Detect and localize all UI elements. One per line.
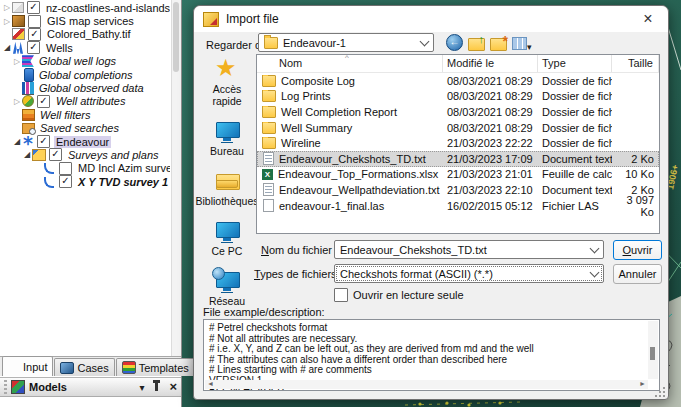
tree-item[interactable]: ▷Global well logs <box>0 55 170 68</box>
file-date: 08/03/2021 08:29 <box>443 75 538 87</box>
pane-close-icon[interactable] <box>169 381 177 393</box>
file-name: Endeavour_Chekshots_TD.txt <box>279 153 426 165</box>
tree-checkbox[interactable] <box>49 148 62 161</box>
excel-file-icon <box>262 169 273 180</box>
file-row[interactable]: Endeavour_Chekshots_TD.txt21/03/2023 17:… <box>257 151 659 167</box>
tree-checkbox[interactable] <box>59 162 72 175</box>
tree-item[interactable]: X Y TVD survey 1 <box>0 175 170 188</box>
tree-item[interactable]: ◢Endeavour <box>0 135 170 148</box>
file-name: Wireline <box>281 137 321 149</box>
tree-checkbox[interactable] <box>28 15 41 28</box>
file-date: 21/03/2023 17:09 <box>443 153 538 165</box>
tab-label: Input <box>23 361 47 373</box>
place-desktop[interactable]: Bureau <box>210 120 244 157</box>
file-row[interactable]: endeavour-1_final.las16/02/2015 05:12Fic… <box>257 198 659 214</box>
file-name-combobox[interactable]: Endeavour_Chekshots_TD.txt <box>334 240 604 259</box>
tree-item-label: Well attributes <box>54 95 128 107</box>
pane-drag-grip[interactable] <box>4 380 7 394</box>
this-pc-icon <box>213 220 241 242</box>
tree-checkbox[interactable] <box>27 1 40 14</box>
petrel-application-window: 1906+ ▷nz-coastlines-and-islands-polygon… <box>0 0 681 407</box>
expand-icon[interactable]: ▷ <box>2 15 12 28</box>
tree-scrollbar[interactable] <box>171 0 181 356</box>
tree-item[interactable]: ▷Well attributes <box>0 95 170 108</box>
place-this-pc[interactable]: Ce PC <box>212 220 243 257</box>
tree-checkbox[interactable] <box>37 95 50 108</box>
tree-item[interactable]: ▷nz-coastlines-and-islands-polygons-topo… <box>0 1 170 14</box>
tree-checkbox[interactable] <box>28 28 41 41</box>
scroll-right-arrow-icon[interactable]: ► <box>639 379 646 390</box>
description-horizontal-scrollbar[interactable]: ◄► <box>205 380 648 389</box>
tree-item[interactable]: Colored_Bathy.tif <box>0 28 170 41</box>
place-network[interactable]: Réseau <box>209 270 245 307</box>
file-row[interactable]: Composite Log08/03/2021 08:29Dossier de … <box>257 73 659 89</box>
file-type: Fichier LAS <box>538 200 612 212</box>
scroll-left-arrow-icon[interactable]: ◄ <box>207 379 214 390</box>
dialog-title-bar[interactable]: Import file <box>194 6 668 32</box>
view-menu-icon[interactable] <box>512 35 536 52</box>
file-row[interactable]: Wireline21/03/2023 22:22Dossier de fichi… <box>257 135 659 151</box>
tree-item[interactable]: Global observed data <box>0 81 170 94</box>
up-one-level-icon[interactable] <box>468 34 485 53</box>
open-button[interactable]: Ouvrir <box>613 240 662 260</box>
read-only-checkbox[interactable] <box>334 288 348 302</box>
column-header-nom[interactable]: Nom <box>257 55 443 72</box>
collapse-icon[interactable]: ◢ <box>12 135 22 148</box>
models-icon <box>11 380 25 394</box>
tree-scrollbar-thumb[interactable] <box>173 2 179 72</box>
file-row[interactable]: Well Summary08/03/2021 08:29Dossier de f… <box>257 120 659 136</box>
tree-item-label: Saved searches <box>38 122 121 134</box>
tree-item-label: Colored_Bathy.tif <box>45 28 133 40</box>
tree-item[interactable]: ▷GIS map services <box>0 14 170 27</box>
tree-checkbox[interactable] <box>27 41 40 54</box>
tree-item[interactable]: MD Incl Azim survey 1 <box>0 162 170 175</box>
file-row[interactable]: Log Prints08/03/2021 08:29Dossier de fic… <box>257 89 659 105</box>
new-folder-icon[interactable] <box>490 34 507 53</box>
pane-menu-caret-icon[interactable] <box>139 381 144 393</box>
dialog-resize-grip[interactable] <box>655 386 666 397</box>
file-type-combobox[interactable]: Checkshots format (ASCII) (*.*) <box>334 264 604 283</box>
tree-checkbox[interactable] <box>59 175 72 188</box>
place-quick-access-star[interactable]: Accès rapide <box>198 58 256 107</box>
pane-pin-icon[interactable] <box>155 383 158 391</box>
panel-tab-cases[interactable]: Cases <box>54 358 114 376</box>
column-header-taille[interactable]: Taille <box>612 55 659 72</box>
cancel-button[interactable]: Annuler <box>613 264 662 284</box>
models-pane-title: Models <box>29 381 67 393</box>
expand-icon[interactable]: ▷ <box>12 95 22 108</box>
file-description-box: # Petrel checkshots format# Not all attr… <box>203 319 660 391</box>
file-row[interactable]: Endeavour_Wellpathdeviation.txt21/03/202… <box>257 182 659 198</box>
close-icon[interactable] <box>637 11 659 27</box>
file-date: 08/03/2021 08:29 <box>443 90 538 102</box>
file-name: Composite Log <box>281 75 355 87</box>
dialog-title: Import file <box>226 12 279 26</box>
tree-item[interactable]: Well filters <box>0 108 170 121</box>
file-name: Well Completion Report <box>281 106 397 118</box>
description-scrollbar-thumb[interactable] <box>650 347 655 360</box>
file-row[interactable]: Endeavour_Top_Formations.xlsx21/03/2023 … <box>257 167 659 183</box>
collapse-icon[interactable]: ◢ <box>2 41 12 54</box>
tree-item[interactable]: ◢Wells <box>0 41 170 54</box>
back-icon[interactable] <box>446 34 463 53</box>
gis-icon <box>12 15 25 27</box>
file-date: 08/03/2021 08:29 <box>443 106 538 118</box>
desktop-icon <box>213 120 241 142</box>
file-type: Document texte <box>538 184 612 196</box>
expand-icon[interactable]: ▷ <box>12 55 22 68</box>
place-libraries[interactable]: Bibliothèques <box>195 170 258 207</box>
expand-icon[interactable]: ▷ <box>2 1 12 14</box>
column-header-modifié-le[interactable]: Modifié le <box>443 55 538 72</box>
tree-checkbox[interactable] <box>37 135 50 148</box>
description-vertical-scrollbar[interactable] <box>648 321 658 379</box>
look-in-combobox[interactable]: Endeavour-1 <box>258 33 434 52</box>
panel-tab-templates[interactable]: Templates <box>116 358 195 376</box>
tree-item[interactable]: Global completions <box>0 68 170 81</box>
file-date: 08/03/2021 08:29 <box>443 122 538 134</box>
folder-icon <box>264 37 278 49</box>
chevron-down-icon <box>590 243 600 253</box>
column-header-type[interactable]: Type <box>538 55 612 72</box>
file-row[interactable]: Well Completion Report08/03/2021 08:29Do… <box>257 104 659 120</box>
panel-tab-input[interactable]: Input <box>2 356 53 376</box>
read-only-option[interactable]: Ouvrir en lecture seule <box>334 288 464 302</box>
file-type-label: Types de fichiers : <box>254 268 343 280</box>
